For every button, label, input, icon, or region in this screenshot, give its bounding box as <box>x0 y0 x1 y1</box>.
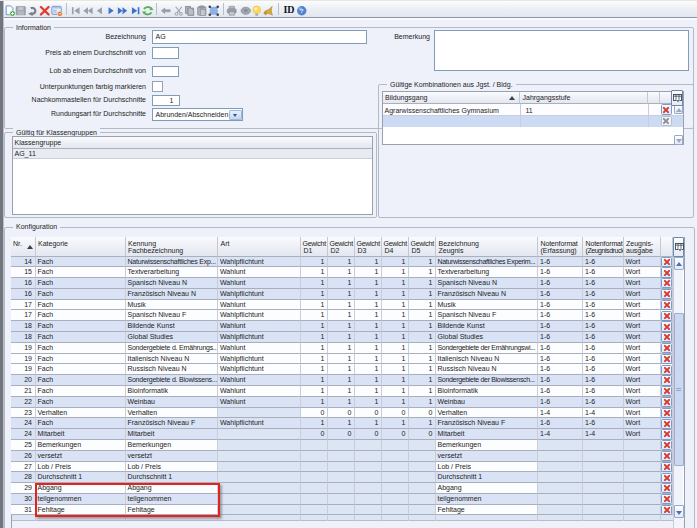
svg-text:?: ? <box>300 7 304 15</box>
